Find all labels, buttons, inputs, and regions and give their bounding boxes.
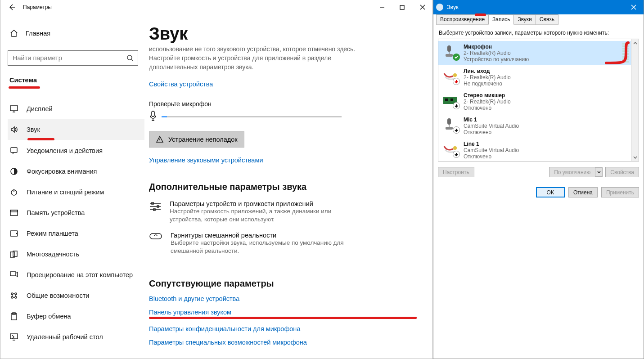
mixed-reality-desc: Выберите настройки звука, используемые п… — [171, 239, 351, 255]
search-box[interactable] — [8, 50, 138, 66]
svg-rect-7 — [10, 210, 18, 212]
device-status: Отключено — [464, 105, 511, 111]
home-nav[interactable]: Главная — [8, 25, 144, 41]
shared-icon — [9, 291, 18, 300]
related-heading: Сопутствующие параметры — [149, 278, 419, 289]
sidebar-item-label: Проецирование на этот компьютер — [27, 271, 133, 278]
sidebar-item-shared[interactable]: Общие возможности — [8, 285, 144, 306]
sound-close-button[interactable] — [624, 0, 644, 14]
display-icon — [9, 104, 18, 113]
sound-icon — [9, 125, 18, 134]
device-icon — [442, 117, 459, 133]
sidebar-item-display[interactable]: Дисплей — [8, 99, 144, 119]
svg-point-9 — [16, 233, 17, 233]
svg-rect-32 — [446, 127, 453, 130]
svg-rect-26 — [446, 54, 453, 57]
close-icon — [420, 4, 425, 10]
device-row-2[interactable]: Стерео микшер2- Realtek(R) AudioОтключен… — [438, 90, 631, 114]
tab-2[interactable]: Звуки — [513, 14, 536, 25]
device-driver: 2- Realtek(R) Audio — [464, 74, 511, 81]
device-row-1[interactable]: Лин. вход2- Realtek(R) AudioНе подключен… — [438, 65, 631, 90]
svg-rect-6 — [10, 210, 18, 215]
related-link-0[interactable]: Bluetooth и другие устройства — [149, 295, 419, 302]
app-volume-item[interactable]: Параметры устройств и громкости приложен… — [149, 200, 351, 224]
sidebar-item-notify[interactable]: Уведомления и действия — [8, 140, 144, 161]
back-arrow-icon — [8, 4, 15, 11]
minimize-icon — [379, 4, 385, 10]
svg-rect-30 — [450, 99, 453, 101]
annotation-red-underline — [475, 13, 486, 16]
sidebar-item-multitask[interactable]: Многозадачность — [8, 244, 144, 265]
device-name: Mic 1 — [464, 117, 519, 123]
sidebar-item-label: Дисплей — [27, 105, 53, 112]
related-link-2[interactable]: Параметры конфиденциальности для микрофо… — [149, 325, 419, 332]
troubleshoot-button[interactable]: Устранение неполадок — [149, 131, 244, 148]
sidebar-item-power[interactable]: Питание и спящий режим — [8, 182, 144, 202]
device-listbox: Микрофон2- Realtek(R) AudioУстройство по… — [438, 39, 639, 162]
sidebar-item-tablet[interactable]: Режим планшета — [8, 223, 144, 244]
tab-1[interactable]: Запись — [488, 14, 514, 25]
device-icon — [442, 92, 459, 108]
mixed-reality-title: Гарнитуры смешанной реальности — [171, 232, 351, 239]
mixed-reality-item[interactable]: Гарнитуры смешанной реальности Выберите … — [149, 232, 351, 255]
svg-rect-0 — [400, 5, 404, 9]
maximize-button[interactable] — [392, 0, 412, 14]
properties-button[interactable]: Свойства — [605, 167, 639, 177]
troubleshoot-label: Устранение неполадок — [168, 136, 238, 143]
microphone-icon — [149, 110, 157, 123]
check-mic-label: Проверьте микрофон — [149, 100, 419, 108]
back-button[interactable] — [4, 4, 19, 11]
sidebar-item-sound[interactable]: Звук — [8, 119, 144, 140]
sidebar-item-label: Многозадачность — [27, 251, 79, 258]
sidebar-item-storage[interactable]: Память устройства — [8, 202, 144, 223]
device-row-4[interactable]: Line 1CamSuite Virtual AudioОтключено — [438, 138, 631, 161]
sidebar-item-remote[interactable]: Удаленный рабочий стол — [8, 327, 144, 347]
related-link-3[interactable]: Параметры специальных возможностей микро… — [149, 339, 419, 346]
sidebar-item-project[interactable]: Проецирование на этот компьютер — [8, 265, 144, 285]
ok-button[interactable]: ОК — [536, 187, 565, 197]
apply-button[interactable]: Применить — [601, 187, 639, 197]
scroll-down-icon[interactable] — [631, 153, 639, 161]
home-icon — [9, 29, 18, 38]
search-input[interactable] — [8, 54, 122, 62]
minimize-button[interactable] — [372, 0, 392, 14]
sound-app-icon — [436, 4, 443, 11]
svg-point-16 — [15, 296, 17, 298]
settings-main: Звук использование не того звукового уст… — [149, 14, 432, 359]
related-link-1[interactable]: Панель управления звуком — [149, 309, 419, 316]
sidebar-item-label: Уведомления и действия — [27, 147, 103, 154]
sidebar-item-focus[interactable]: Фокусировка внимания — [8, 161, 144, 182]
configure-button[interactable]: Настроить — [438, 167, 474, 177]
device-properties-link[interactable]: Свойства устройства — [149, 81, 419, 88]
storage-icon — [9, 208, 18, 217]
settings-window-title: Параметры — [19, 4, 52, 10]
annotation-red-underline — [149, 317, 417, 319]
sidebar-item-label: Фокусировка внимания — [27, 168, 97, 175]
settings-window: Параметры Главная Система ДисплейЗвукУве… — [0, 0, 433, 359]
device-row-3[interactable]: Mic 1CamSuite Virtual AudioОтключено — [438, 114, 631, 138]
sound-dialog: Звук ВоспроизведениеЗаписьЗвукиСвязь Выб… — [433, 0, 644, 359]
project-icon — [9, 270, 18, 279]
chevron-down-icon[interactable] — [595, 167, 603, 177]
close-button[interactable] — [412, 0, 432, 14]
annotation-red-underline — [9, 86, 40, 89]
cancel-button[interactable]: Отмена — [568, 187, 598, 197]
sidebar-item-label: Питание и спящий режим — [27, 188, 104, 196]
scroll-up-icon[interactable] — [631, 39, 639, 47]
recording-panel: Выберите устройство записи, параметры ко… — [433, 25, 644, 182]
svg-point-15 — [11, 296, 13, 298]
manage-sound-devices-link[interactable]: Управление звуковыми устройствами — [149, 157, 419, 164]
device-status: Не подключено — [464, 81, 511, 87]
svg-rect-29 — [445, 99, 448, 101]
tab-3[interactable]: Связь — [536, 14, 558, 25]
svg-rect-25 — [447, 45, 451, 52]
device-icon — [442, 68, 459, 84]
set-default-button[interactable]: По умолчанию — [549, 167, 603, 177]
device-list-scrollbar[interactable] — [631, 39, 639, 161]
device-row-0[interactable]: Микрофон2- Realtek(R) AudioУстройство по… — [438, 41, 631, 65]
svg-point-27 — [453, 73, 457, 77]
sidebar-item-label: Буфер обмена — [27, 313, 71, 320]
sidebar-item-clipboard[interactable]: Буфер обмена — [8, 306, 144, 327]
warning-icon — [156, 135, 164, 144]
svg-rect-19 — [10, 334, 18, 339]
